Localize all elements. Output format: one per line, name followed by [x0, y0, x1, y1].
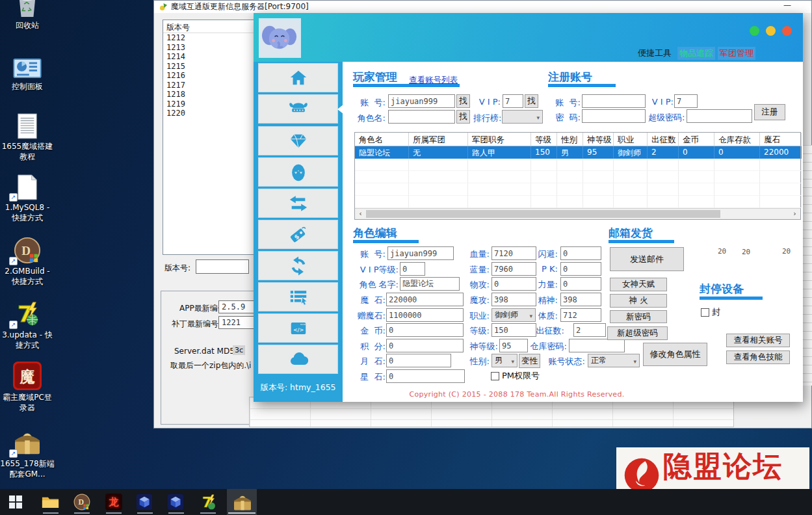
desktop-icon-updata-shortcut[interactable]: 7 3.updata - 快捷方式 [0, 297, 55, 350]
edit-constitution-input[interactable] [560, 308, 601, 322]
player-account-input[interactable] [388, 94, 455, 108]
scrollbar-thumb[interactable] [366, 210, 720, 218]
send-mail-button[interactable]: 发送邮件 [610, 247, 684, 271]
desktop-icon-mysql-shortcut[interactable]: 1.MySQL8 - 快捷方式 [0, 169, 55, 223]
account-status-select[interactable]: 正常 [588, 354, 640, 367]
yellow-dot-button[interactable] [766, 26, 776, 36]
sidebar-button-exchange[interactable] [258, 189, 338, 218]
list-item[interactable]: 1219 [163, 99, 261, 109]
taskbar-cube-app-2[interactable] [168, 494, 183, 510]
desktop-icon-control-panel[interactable]: 控制面板 [0, 48, 55, 92]
register-button[interactable]: 注册 [754, 104, 785, 120]
list-item[interactable]: 1218 [163, 90, 261, 99]
taskbar-cube-app-1[interactable] [137, 494, 152, 510]
egg-pet-icon [289, 163, 308, 182]
sidebar-button-player[interactable] [258, 94, 338, 124]
rank-select[interactable] [502, 110, 543, 124]
list-item[interactable]: 1214 [163, 52, 261, 62]
register-password-input[interactable] [582, 109, 646, 123]
edit-pk-input[interactable] [560, 262, 601, 276]
sidebar-button-code[interactable]: </> [258, 313, 338, 343]
taskbar-dragon-app[interactable]: 龙 [105, 494, 122, 510]
pm-permission-checkbox[interactable]: PM权限号 [491, 370, 540, 382]
register-super-input[interactable] [687, 109, 752, 123]
red-dot-button[interactable] [782, 26, 792, 36]
table-row-empty [355, 183, 800, 196]
title-underline [609, 240, 674, 243]
edit-star-stone-input[interactable] [386, 369, 465, 383]
player-vip-input[interactable] [503, 94, 523, 108]
view-character-skills-button[interactable]: 查看角色技能 [726, 350, 790, 364]
scroll-right-icon[interactable] [789, 209, 800, 219]
taskbar-file-explorer[interactable] [42, 495, 59, 509]
scroll-left-icon[interactable] [355, 209, 366, 219]
sidebar-button-shop[interactable]: $ [258, 220, 338, 249]
goddess-talent-button[interactable]: 女神天赋 [610, 278, 667, 291]
desktop-icon-bazhu-login[interactable]: 魔 霸主魔域PC登录器 [0, 359, 55, 413]
find-role-button[interactable]: 找 [456, 110, 470, 124]
app-number-input[interactable] [218, 300, 257, 313]
ban-checkbox[interactable]: 封 [701, 306, 720, 318]
list-item[interactable]: 1216 [163, 71, 261, 81]
sidebar-button-data-table[interactable] [258, 282, 338, 311]
list-item[interactable]: 1220 [163, 109, 261, 118]
horizontal-scrollbar[interactable] [355, 208, 800, 219]
tab-quick-tools[interactable]: 便捷工具 [636, 47, 674, 60]
list-item[interactable]: 1212 [163, 33, 261, 43]
list-item[interactable]: 1213 [163, 43, 261, 53]
sidebar-button-items[interactable] [258, 126, 338, 155]
edit-strength-input[interactable] [560, 277, 601, 291]
checkbox-icon[interactable] [701, 308, 709, 317]
desktop-icon-tutorial-doc[interactable]: 1655魔域搭建教程 [0, 108, 55, 162]
sidebar-button-refresh[interactable] [258, 251, 338, 280]
minimize-button[interactable] [779, 1, 795, 11]
game-login-icon: 魔 [0, 359, 55, 390]
taskbar: D 龙 7 [0, 489, 812, 515]
sidebar-button-pet[interactable] [258, 157, 338, 187]
table-row-selected[interactable]: 隐盟论坛无路人甲150男95御剑师20022000 [355, 146, 800, 159]
taskbar-gmbuild[interactable]: D [73, 494, 90, 510]
register-vip-input[interactable] [674, 94, 698, 108]
new-password-button[interactable]: 新密码 [610, 310, 667, 323]
version-list-header: 版本号 [163, 20, 261, 33]
player-role-input[interactable] [388, 110, 455, 124]
taskbar-gm-kit-active[interactable] [233, 495, 252, 512]
account-status-label: 账号状态: [542, 356, 585, 367]
version-listbox[interactable]: 版本号 1212 1213 1214 1215 1216 1217 1218 1… [163, 20, 262, 255]
gm-tool-window: 便捷工具 物品追踪 军团管理 $ </> [254, 13, 803, 402]
tab-item-tracking[interactable]: 物品追踪 [677, 47, 715, 60]
list-item[interactable]: 1215 [163, 62, 261, 72]
sex-select[interactable]: 男 [491, 354, 517, 367]
new-super-password-button[interactable]: 新超级密码 [607, 326, 668, 340]
window-titlebar[interactable]: 魔域互通版更新信息服务器[Port:9700] [154, 1, 811, 13]
god-fire-button[interactable]: 神 火 [610, 294, 667, 308]
modify-attributes-button[interactable]: 修改角色属性 [643, 343, 707, 366]
find-vip-button[interactable]: 找 [525, 94, 538, 108]
edit-dodge-input[interactable] [560, 246, 601, 260]
edit-spirit-input[interactable] [560, 293, 601, 306]
desktop-icon-gmbuild-shortcut[interactable]: D 2.GMBuild - 快捷方式 [0, 233, 55, 287]
edit-account-input[interactable] [387, 246, 454, 260]
edit-vip-level-input[interactable] [400, 262, 425, 276]
register-account-input[interactable] [582, 94, 646, 108]
taskbar-updata-7z[interactable]: 7 [200, 494, 217, 511]
edit-warehouse-pwd-input[interactable] [569, 339, 625, 352]
start-button[interactable] [9, 495, 22, 508]
edit-moon-stone-input[interactable] [386, 354, 451, 367]
sidebar-button-cloud[interactable] [258, 345, 338, 374]
green-dot-button[interactable] [750, 26, 759, 36]
change-sex-button[interactable]: 变性 [519, 354, 540, 368]
edit-expedition-input[interactable] [573, 323, 606, 337]
running-indicator [106, 512, 122, 514]
checkbox-icon[interactable] [491, 372, 499, 380]
view-related-accounts-button[interactable]: 查看相关账号 [726, 334, 790, 347]
desktop-icon-gm-kit[interactable]: 1655_178新端配套GM... [0, 425, 55, 479]
ban-device-title: 封停设备 [700, 282, 744, 297]
version-input[interactable] [196, 259, 249, 274]
sidebar-button-home[interactable] [258, 63, 338, 92]
find-account-button[interactable]: 找 [456, 94, 470, 108]
list-item[interactable]: 1217 [163, 81, 261, 90]
desktop-icon-recycle-bin[interactable]: 回收站 [0, 0, 55, 31]
patch-number-input[interactable] [218, 316, 257, 329]
tab-legion-management[interactable]: 军团管理 [718, 47, 755, 60]
